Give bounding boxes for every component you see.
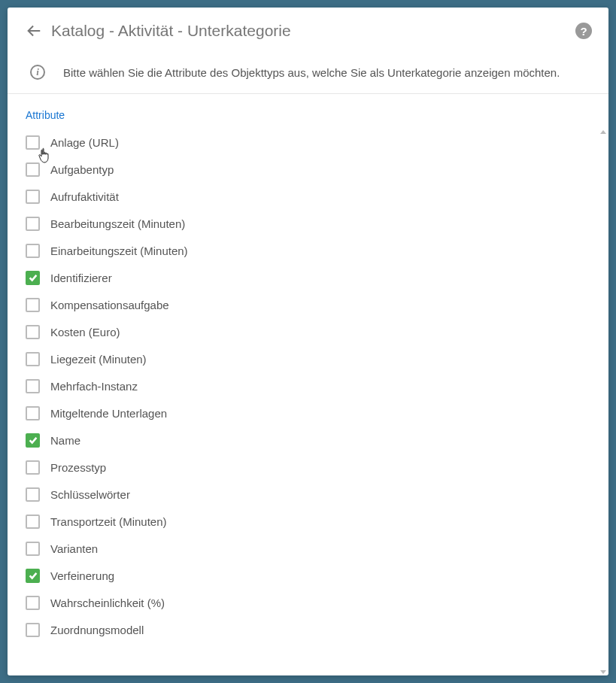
attribute-label: Schlüsselwörter (50, 488, 130, 501)
dialog-header: Katalog - Aktivität - Unterkategorie ? (8, 8, 608, 51)
checkbox[interactable] (26, 596, 40, 610)
attribute-row[interactable]: Mitgeltende Unterlagen (26, 399, 598, 426)
check-icon (28, 570, 38, 581)
attribute-row[interactable]: Kosten (Euro) (26, 318, 598, 345)
attribute-label: Anlage (URL) (50, 136, 119, 149)
arrow-left-icon (26, 23, 42, 39)
attribute-row[interactable]: Varianten (26, 535, 598, 562)
checkbox[interactable] (26, 623, 40, 637)
scroll-up-icon (600, 130, 606, 134)
attribute-label: Aufrufaktivität (50, 190, 119, 203)
attribute-label: Wahrscheinlichkeit (%) (50, 596, 165, 609)
attribute-row[interactable]: Liegezeit (Minuten) (26, 345, 598, 372)
attribute-label: Aufgabentyp (50, 163, 114, 176)
checkbox[interactable] (26, 298, 40, 312)
attribute-label: Transportzeit (Minuten) (50, 515, 167, 528)
checkbox[interactable] (26, 460, 40, 475)
attribute-label: Zuordnungsmodell (50, 624, 144, 636)
scrollbar[interactable] (599, 129, 607, 675)
checkbox[interactable] (26, 217, 40, 231)
section-label: Attribute (8, 94, 608, 129)
check-icon (28, 435, 38, 445)
checkbox[interactable] (26, 433, 40, 448)
info-text: Bitte wählen Sie die Attribute des Objek… (63, 66, 560, 79)
checkbox[interactable] (26, 271, 40, 285)
attribute-label: Bearbeitungszeit (Minuten) (50, 217, 185, 230)
checkbox[interactable] (26, 569, 40, 583)
attribute-row[interactable]: Aufrufaktivität (26, 183, 598, 210)
attribute-label: Mitgeltende Unterlagen (50, 407, 167, 420)
attribute-label: Verfeinerung (50, 569, 114, 582)
attribute-label: Einarbeitungszeit (Minuten) (50, 244, 188, 257)
attribute-row[interactable]: Transportzeit (Minuten) (26, 508, 598, 535)
attribute-row[interactable]: Kompensationsaufgabe (26, 291, 598, 318)
attribute-row[interactable]: Schlüsselwörter (26, 481, 598, 508)
attribute-label: Identifizierer (50, 272, 112, 284)
checkbox[interactable] (26, 515, 40, 529)
attribute-row[interactable]: Identifizierer (26, 264, 598, 291)
checkbox[interactable] (26, 162, 40, 177)
attribute-row[interactable]: Einarbeitungszeit (Minuten) (26, 237, 598, 264)
attribute-row[interactable]: Verfeinerung (26, 562, 598, 589)
checkbox[interactable] (26, 542, 40, 556)
checkbox[interactable] (26, 379, 40, 393)
attribute-row[interactable]: Zuordnungsmodell (26, 616, 598, 643)
check-icon (28, 272, 38, 283)
attribute-label: Liegezeit (Minuten) (50, 353, 147, 366)
attribute-row[interactable]: Aufgabentyp (26, 156, 598, 183)
attribute-row[interactable]: Bearbeitungszeit (Minuten) (26, 210, 598, 237)
attribute-row[interactable]: Wahrscheinlichkeit (%) (26, 589, 598, 616)
attribute-row[interactable]: Name (26, 426, 598, 454)
help-button[interactable]: ? (575, 23, 592, 39)
attribute-list[interactable]: Anlage (URL)AufgabentypAufrufaktivitätBe… (8, 129, 608, 675)
attribute-label: Varianten (50, 542, 98, 555)
scroll-down-icon (600, 670, 606, 674)
attribute-label: Kompensationsaufgabe (50, 299, 169, 311)
checkbox[interactable] (26, 406, 40, 420)
checkbox[interactable] (26, 487, 40, 502)
attribute-row[interactable]: Mehrfach-Instanz (26, 372, 598, 399)
page-title: Katalog - Aktivität - Unterkategorie (51, 22, 575, 40)
attribute-label: Prozesstyp (50, 461, 106, 474)
dialog: Katalog - Aktivität - Unterkategorie ? i… (8, 8, 608, 675)
info-bar: i Bitte wählen Sie die Attribute des Obj… (8, 51, 608, 94)
attribute-row[interactable]: Prozesstyp (26, 454, 598, 481)
back-button[interactable] (24, 21, 44, 41)
checkbox[interactable] (26, 135, 40, 150)
checkbox[interactable] (26, 352, 40, 366)
attribute-row[interactable]: Anlage (URL) (26, 129, 598, 156)
attribute-label: Kosten (Euro) (50, 326, 120, 338)
attribute-label: Mehrfach-Instanz (50, 380, 138, 393)
checkbox[interactable] (26, 190, 40, 204)
checkbox[interactable] (26, 325, 40, 339)
info-icon: i (30, 65, 45, 80)
attribute-label: Name (50, 434, 80, 447)
help-icon: ? (580, 25, 587, 38)
checkbox[interactable] (26, 244, 40, 258)
